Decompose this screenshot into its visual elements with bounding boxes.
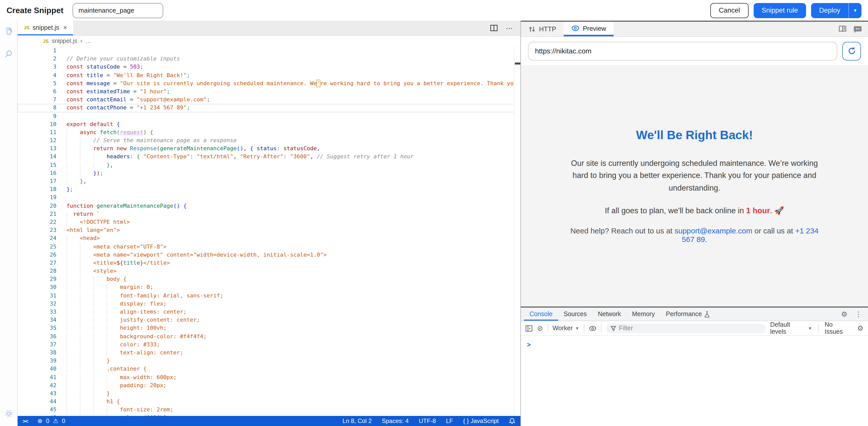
code-line[interactable]: 24 <head> [18, 235, 520, 243]
code-line[interactable]: 37 color: #333; [18, 341, 520, 349]
code-line[interactable]: 25 <meta charset="UTF-8"> [18, 243, 520, 251]
cancel-button[interactable]: Cancel [710, 3, 749, 18]
encoding[interactable]: UTF-8 [419, 418, 436, 425]
issues-counter[interactable]: No Issues [825, 321, 851, 335]
code-line[interactable]: 40 .container { [18, 365, 520, 373]
code-line[interactable]: 27 <title>${title}</title> [18, 259, 520, 267]
console-filter-input[interactable]: Filter [606, 323, 766, 333]
code-line[interactable]: 23<html lang="en"> [18, 226, 520, 234]
code-line[interactable]: 19 [18, 194, 520, 202]
devtools-tab-memory[interactable]: Memory [626, 308, 660, 321]
tab-snippet-js[interactable]: JS snippet.js × [18, 21, 73, 35]
code-line[interactable]: 32 display: flex; [18, 300, 520, 308]
editor-scrollbar[interactable] [514, 46, 520, 416]
indentation[interactable]: Spaces: 4 [382, 418, 409, 425]
more-actions-icon[interactable]: ⋯ [506, 24, 513, 32]
error-count[interactable]: 0 [46, 418, 50, 425]
console-context-select[interactable]: Worker▼ [552, 325, 579, 332]
clear-console-icon[interactable]: ⊘ [537, 324, 543, 332]
code-line[interactable]: 2// Define your customizable inputs [18, 55, 520, 63]
notifications-bell-icon[interactable] [509, 418, 515, 425]
discord-chat-icon[interactable] [854, 25, 862, 33]
breadcrumb[interactable]: JS snippet.js › … [18, 36, 520, 46]
line-number: 16 [18, 169, 66, 177]
devtools-settings-gear-icon[interactable]: ⚙ [841, 311, 847, 318]
console-output[interactable]: > [521, 336, 868, 426]
code-line[interactable]: 11 async fetch(request) { [18, 129, 520, 137]
tab-http[interactable]: HTTP [521, 22, 564, 36]
code-line[interactable]: 46 color: #0056b3; [18, 414, 520, 416]
code-line[interactable]: 44 h1 { [18, 398, 520, 406]
deploy-dropdown-button[interactable]: ▾ [848, 3, 862, 18]
code-line[interactable]: 18}; [18, 186, 520, 194]
code-line[interactable]: 5const message = "Our site is currently … [18, 80, 520, 88]
code-line[interactable]: 35 height: 100vh; [18, 324, 520, 333]
code-line[interactable]: 42 padding: 20px; [18, 381, 520, 390]
live-expression-eye-icon[interactable] [589, 325, 596, 331]
devtools-tab-performance[interactable]: Performance [660, 308, 715, 321]
code-line[interactable]: 6const estimatedTime = "1 hour"; [18, 88, 520, 96]
split-editor-icon[interactable] [490, 25, 498, 31]
code-line[interactable]: 16 }); [18, 169, 520, 177]
errors-icon[interactable]: ⊗ [37, 418, 42, 425]
code-line[interactable]: 17 }, [18, 177, 520, 186]
code-line[interactable]: 21 return ` [18, 210, 520, 218]
remote-indicator-icon[interactable]: >< [23, 418, 28, 424]
code-line[interactable]: 22 <!DOCTYPE html> [18, 218, 520, 226]
files-icon[interactable] [3, 27, 13, 37]
language-mode[interactable]: { } JavaScript [463, 418, 499, 425]
code-line[interactable]: 36 background-color: #f4f4f4; [18, 333, 520, 341]
refresh-button[interactable] [842, 41, 861, 60]
devtools-tab-sources[interactable]: Sources [558, 308, 592, 321]
eol-type[interactable]: LF [446, 418, 453, 425]
code-line[interactable]: 4const title = "We'll Be Right Back!"; [18, 71, 520, 79]
code-line[interactable]: 34 justify-content: center; [18, 316, 520, 324]
settings-gear-icon[interactable] [3, 408, 14, 419]
code-line[interactable]: 9 [18, 112, 520, 120]
header: Create Snippet Cancel Snippet rule Deplo… [0, 0, 868, 21]
cursor-position[interactable]: Ln 8, Col 2 [343, 418, 372, 425]
code-line[interactable]: 12 // Serve the maintenance page as a re… [18, 137, 520, 145]
default-levels-select[interactable]: Default levels▼ [770, 321, 812, 335]
code-line[interactable]: 26 <meta name="viewport" content="width=… [18, 251, 520, 259]
code-line[interactable]: 30 margin: 0; [18, 284, 520, 292]
warnings-icon[interactable]: ⚠ [53, 418, 58, 425]
devtools-tab-label: Sources [564, 311, 587, 318]
code-editor[interactable]: 12// Define your customizable inputs3con… [18, 46, 520, 416]
devtools-tab-console[interactable]: Console [524, 308, 558, 321]
console-sidebar-toggle-icon[interactable] [525, 325, 532, 332]
code-line[interactable]: 1 [18, 47, 520, 55]
code-line[interactable]: 39 } [18, 357, 520, 365]
preview-url-input[interactable] [528, 41, 837, 60]
support-email-link[interactable]: support@example.com [675, 226, 752, 235]
code-line[interactable]: 14 headers: { "Content-Type": "text/html… [18, 153, 520, 161]
close-icon[interactable]: × [63, 24, 67, 31]
code-line[interactable]: 7const contactEmail = "support@example.c… [18, 96, 520, 104]
snippet-name-input[interactable] [72, 3, 163, 18]
docs-book-icon[interactable] [838, 25, 847, 33]
code-line[interactable]: 28 <style> [18, 267, 520, 275]
code-line[interactable]: 38 text-align: center; [18, 349, 520, 357]
code-line[interactable]: 3const statusCode = 503; [18, 63, 520, 71]
create-snippet-app: Create Snippet Cancel Snippet rule Deplo… [0, 0, 868, 426]
code-line[interactable]: 29 body { [18, 276, 520, 284]
devtools-kebab-menu-icon[interactable]: ⋮ [855, 311, 862, 318]
code-line[interactable]: 33 align-items: center; [18, 308, 520, 316]
code-line[interactable]: 45 font-size: 2rem; [18, 406, 520, 414]
tab-preview[interactable]: Preview [564, 22, 614, 36]
warning-count[interactable]: 0 [62, 418, 65, 425]
code-line[interactable]: 8const contactPhone = "+1 234 567 89"; [18, 104, 520, 112]
code-line[interactable]: 31 font-family: Arial, sans-serif; [18, 292, 520, 300]
code-line[interactable]: 43 } [18, 390, 520, 398]
console-settings-gear-icon[interactable]: ⚙ [857, 325, 864, 332]
console-prompt-chevron[interactable]: > [527, 341, 531, 348]
devtools-tab-network[interactable]: Network [592, 308, 626, 321]
code-line[interactable]: 15 }, [18, 161, 520, 169]
code-line[interactable]: 10export default { [18, 120, 520, 128]
deploy-button[interactable]: Deploy [811, 3, 848, 18]
search-icon[interactable] [3, 49, 13, 59]
code-line[interactable]: 41 max-width: 600px; [18, 373, 520, 381]
snippet-rule-button[interactable]: Snippet rule [754, 3, 806, 18]
code-line[interactable]: 13 return new Response(generateMaintenan… [18, 145, 520, 153]
code-line[interactable]: 20function generateMaintenancePage() { [18, 202, 520, 210]
